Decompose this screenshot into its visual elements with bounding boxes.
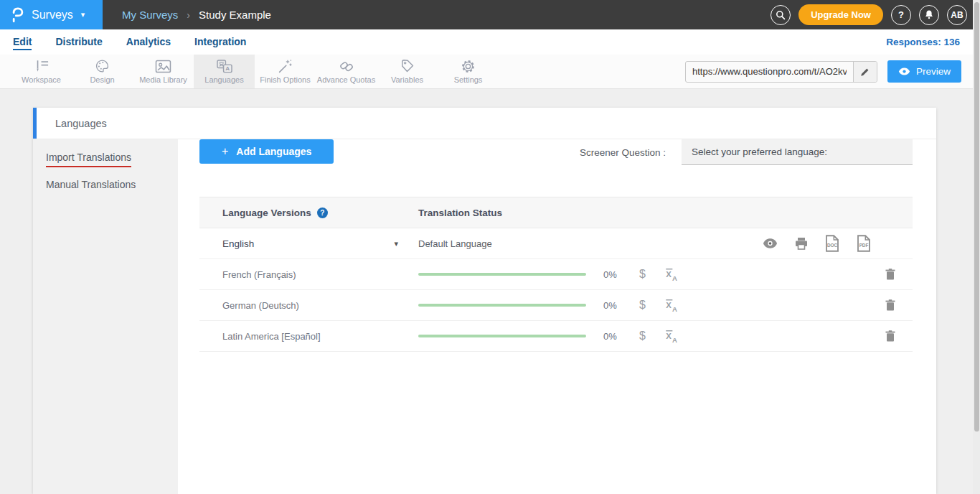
delete-language-button[interactable] (885, 269, 895, 280)
avatar-initials: AB (951, 10, 963, 20)
toolbar-item-label: Finish Options (260, 75, 310, 84)
table-row-language: German (Deutsch) 0% $ XA (199, 290, 913, 321)
pencil-icon (860, 67, 870, 77)
palette-icon (95, 59, 110, 73)
languages-card: Languages Import Translations Manual Tra… (33, 108, 936, 494)
scrollbar-thumb[interactable] (974, 2, 979, 432)
preview-button[interactable]: Preview (887, 60, 961, 83)
add-languages-label: Add Languages (236, 146, 311, 157)
svg-text:X: X (666, 270, 672, 279)
toolbar-item-languages[interactable]: A Languages (194, 55, 255, 88)
survey-url-group (685, 61, 877, 83)
trash-icon (885, 330, 895, 342)
breadcrumb-current-survey: Study Example (199, 9, 271, 21)
edit-url-button[interactable] (853, 62, 877, 82)
chevron-right-icon: › (187, 9, 190, 21)
tab-distribute[interactable]: Distribute (55, 34, 102, 50)
toolbar-item-finish-options[interactable]: Finish Options (255, 55, 316, 88)
survey-url-input[interactable] (686, 62, 853, 82)
toolbar-item-design[interactable]: Design (72, 55, 133, 88)
eye-icon (898, 67, 910, 75)
paid-translation-icon[interactable]: $ (639, 268, 646, 281)
product-name: Surveys (32, 9, 73, 22)
caret-down-icon: ▾ (81, 10, 85, 19)
view-survey-button[interactable] (763, 238, 778, 248)
toolbar-item-settings[interactable]: Settings (438, 55, 499, 88)
auto-translate-button[interactable]: XA (664, 267, 679, 281)
surveys-menu-button[interactable]: Surveys ▾ (0, 0, 103, 29)
toolbar-item-label: Workspace (22, 75, 61, 84)
help-button[interactable]: ? (891, 5, 911, 25)
language-name-cell: German (Deutsch) (199, 300, 418, 311)
topbar-actions: Upgrade Now ? AB (771, 4, 980, 25)
translation-progress-bar (418, 273, 586, 276)
sidebar-item-manual-translations[interactable]: Manual Translations (33, 171, 178, 198)
screener-question: Screener Question : Select your preferre… (580, 139, 913, 165)
header-translation-status: Translation Status (418, 208, 913, 218)
tab-analytics[interactable]: Analytics (126, 34, 171, 50)
toolbar-item-advance-quotas[interactable]: Advance Quotas (316, 55, 377, 88)
paid-translation-icon[interactable]: $ (639, 330, 646, 342)
trash-icon (885, 299, 895, 311)
auto-translate-button[interactable]: XA (664, 329, 679, 343)
breadcrumb-my-surveys[interactable]: My Surveys (122, 9, 178, 21)
trash-icon (885, 269, 895, 280)
auto-translate-button[interactable]: XA (664, 298, 679, 312)
print-button[interactable] (795, 237, 808, 250)
export-doc-button[interactable]: DOC (825, 235, 839, 252)
toolbar-right: Preview (685, 55, 980, 88)
sidebar-item-label: Import Translations (46, 152, 131, 167)
header-language-versions: Language Versions ? (199, 208, 418, 218)
delete-language-button[interactable] (885, 330, 895, 342)
svg-text:PDF: PDF (859, 243, 869, 248)
svg-text:X: X (666, 332, 672, 340)
tab-integration[interactable]: Integration (194, 34, 246, 50)
card-header: Languages (33, 108, 936, 139)
export-pdf-button[interactable]: PDF (857, 235, 871, 252)
language-status-cell: 0% $ XA (418, 267, 913, 281)
avatar[interactable]: AB (947, 5, 967, 25)
svg-text:A: A (225, 65, 230, 72)
language-status-cell: 0% $ XA (418, 298, 913, 312)
breadcrumb: My Surveys › Study Example (122, 9, 271, 21)
sidebar-item-import-translations[interactable]: Import Translations (33, 144, 178, 171)
svg-text:A: A (672, 305, 677, 312)
translation-percent: 0% (603, 269, 622, 280)
translation-percent: 0% (603, 331, 622, 342)
search-button[interactable] (771, 5, 791, 25)
language-name-cell: Latin America [Español] (199, 331, 418, 342)
edit-toolbar: Workspace Design Media Library A Languag… (0, 55, 980, 89)
add-languages-button[interactable]: + Add Languages (199, 139, 334, 164)
upgrade-now-button[interactable]: Upgrade Now (798, 4, 883, 25)
default-language-cell[interactable]: English ▾ (199, 238, 418, 249)
question-mark-icon: ? (898, 9, 904, 20)
caret-down-icon[interactable]: ▾ (394, 239, 398, 248)
doc-file-icon: DOC (825, 235, 839, 252)
notifications-button[interactable] (919, 5, 939, 25)
gear-icon (461, 59, 476, 73)
toolbar-item-variables[interactable]: Variables (377, 55, 438, 88)
column-header-label: Language Versions (222, 208, 311, 218)
tag-icon (400, 59, 415, 73)
help-icon[interactable]: ? (317, 208, 328, 218)
toolbar-item-label: Variables (391, 75, 423, 84)
toolbar-item-label: Design (90, 75, 114, 84)
table-row-language: Latin America [Español] 0% $ XA (199, 321, 913, 352)
toolbar-item-media-library[interactable]: Media Library (133, 55, 194, 88)
responses-count[interactable]: Responses: 136 (886, 37, 960, 47)
table-row-default-language: English ▾ Default Language (199, 228, 913, 259)
document-actions: DOC PDF (763, 235, 871, 252)
toolbar-item-workspace[interactable]: Workspace (11, 55, 72, 88)
language-status-cell: 0% $ XA (418, 329, 913, 343)
paid-translation-icon[interactable]: $ (639, 299, 646, 312)
tab-edit[interactable]: Edit (13, 34, 32, 50)
delete-language-button[interactable] (885, 299, 895, 311)
toolbar-item-label: Settings (454, 75, 483, 84)
languages-table: Language Versions ? Translation Status E… (199, 197, 913, 352)
screener-question-select[interactable]: Select your preferred language: (682, 139, 913, 165)
page-scrollbar (973, 0, 980, 494)
language-name: Latin America [Español] (222, 331, 321, 342)
eye-icon (763, 238, 778, 248)
screener-question-label: Screener Question : (580, 147, 666, 158)
toolbar-item-label: Media Library (139, 75, 187, 84)
